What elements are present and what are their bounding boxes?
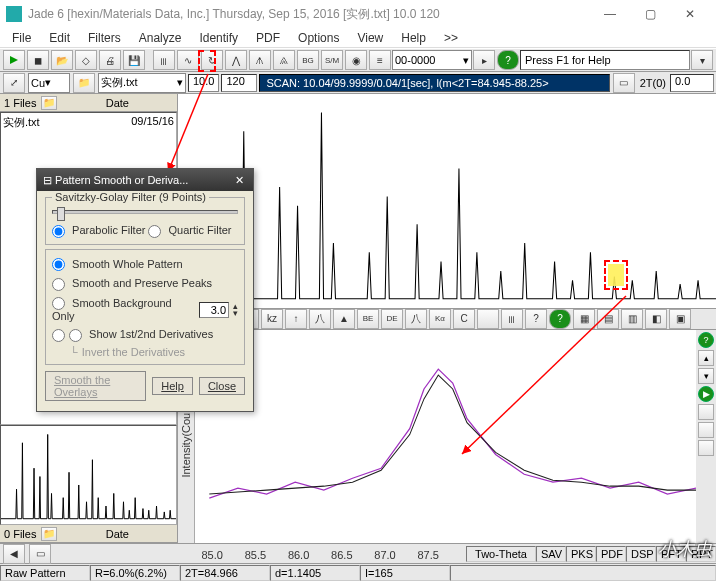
- minimize-button[interactable]: —: [590, 0, 630, 28]
- smooth-bg-radio[interactable]: Smooth Background Only: [52, 297, 195, 323]
- axis-rpt[interactable]: RPT: [686, 546, 716, 562]
- points-slider[interactable]: [52, 210, 238, 214]
- menu-pdf[interactable]: PDF: [248, 29, 288, 47]
- tag-button[interactable]: ◇: [75, 50, 97, 70]
- status-raw[interactable]: Raw Pattern: [0, 565, 90, 581]
- stop-button[interactable]: ◼: [27, 50, 49, 70]
- axis-sav[interactable]: SAV: [536, 546, 566, 562]
- files-folder-icon[interactable]: 📁: [41, 96, 57, 110]
- mid-help-icon[interactable]: ?: [549, 309, 571, 329]
- mid-b1-icon[interactable]: ▦: [573, 309, 595, 329]
- bars-icon[interactable]: ⫼: [153, 50, 175, 70]
- files2-folder-icon[interactable]: 📁: [41, 527, 57, 541]
- mid-b5-icon[interactable]: ▣: [669, 309, 691, 329]
- mid-peak2-icon[interactable]: ▲: [333, 309, 355, 329]
- close-button-dialog[interactable]: Close: [199, 377, 245, 395]
- smooth-dialog: ⊟ Pattern Smooth or Deriva... ✕ Savitzky…: [36, 168, 254, 412]
- mid-b3-icon[interactable]: ▥: [621, 309, 643, 329]
- mid-bars-icon[interactable]: ⫼: [501, 309, 523, 329]
- peak-icon[interactable]: ⋀: [225, 50, 247, 70]
- menu-options[interactable]: Options: [290, 29, 347, 47]
- menu-help[interactable]: Help: [393, 29, 434, 47]
- main-plot[interactable]: [178, 94, 716, 308]
- menu-identify[interactable]: Identify: [191, 29, 246, 47]
- loop-icon[interactable]: ↻: [201, 50, 223, 70]
- expand-icon[interactable]: ⤢: [3, 73, 25, 93]
- smooth-preserve-radio[interactable]: Smooth and Preserve Peaks: [52, 277, 212, 291]
- mid-be-icon[interactable]: BE: [357, 309, 379, 329]
- save-button[interactable]: 💾: [123, 50, 145, 70]
- rb-1[interactable]: [698, 404, 714, 420]
- mid-kz-icon[interactable]: kz: [261, 309, 283, 329]
- close-button[interactable]: ✕: [670, 0, 710, 28]
- goto-button[interactable]: ▸: [473, 50, 495, 70]
- rb-go[interactable]: ▶: [698, 386, 714, 402]
- axis-left-icon[interactable]: ◀: [3, 544, 25, 564]
- file-combo[interactable]: 实例.txt▾: [98, 73, 186, 93]
- axis-pks[interactable]: PKS: [566, 546, 596, 562]
- app-icon: [6, 6, 22, 22]
- mid-de-icon[interactable]: DE: [381, 309, 403, 329]
- menu-more[interactable]: >>: [436, 29, 466, 47]
- mid-b4-icon[interactable]: ◧: [645, 309, 667, 329]
- menu-filters[interactable]: Filters: [80, 29, 129, 47]
- mid-ka-icon[interactable]: Kα: [429, 309, 451, 329]
- smooth-whole-radio[interactable]: Smooth Whole Pattern: [52, 258, 183, 272]
- rb-help[interactable]: ?: [698, 332, 714, 348]
- mid-grid-icon[interactable]: ?: [525, 309, 547, 329]
- parabolic-radio[interactable]: Parabolic Filter: [52, 224, 145, 238]
- profile-icon[interactable]: ⩓: [273, 50, 295, 70]
- list-icon[interactable]: ≡: [369, 50, 391, 70]
- axis-pdf[interactable]: PDF: [596, 546, 626, 562]
- menu-file[interactable]: File: [4, 29, 39, 47]
- twotheta-field[interactable]: 0.0: [670, 74, 714, 92]
- blank-toggle[interactable]: ▭: [613, 73, 635, 93]
- status-spacer: [450, 565, 716, 581]
- element-combo[interactable]: Cu ▾: [28, 73, 70, 93]
- bg-spin[interactable]: [199, 302, 229, 318]
- mid-peak3-icon[interactable]: 八: [405, 309, 427, 329]
- open-button[interactable]: 📂: [51, 50, 73, 70]
- file-date: 09/15/16: [131, 115, 174, 130]
- pdf-combo[interactable]: 00-0000▾: [392, 50, 472, 70]
- quartic-radio[interactable]: Quartic Filter: [148, 224, 231, 238]
- axis-pft[interactable]: PFT: [656, 546, 686, 562]
- dialog-close-icon[interactable]: ✕: [231, 174, 247, 187]
- menu-analyze[interactable]: Analyze: [131, 29, 190, 47]
- axis-row: ◀ ▭ 85.0 85.5 86.0 86.5 87.0 87.5 Two-Th…: [0, 543, 716, 563]
- show-deriv-radio[interactable]: Show 1st/2nd Derivatives: [52, 328, 213, 342]
- print-button[interactable]: 🖨: [99, 50, 121, 70]
- mid-b2-icon[interactable]: ▤: [597, 309, 619, 329]
- menu-view[interactable]: View: [349, 29, 391, 47]
- info-button[interactable]: ?: [497, 50, 519, 70]
- go-button[interactable]: [3, 50, 25, 70]
- range-end-field[interactable]: 120: [221, 74, 257, 92]
- mid-peak1-icon[interactable]: 八: [309, 309, 331, 329]
- folder-icon[interactable]: 📁: [73, 73, 95, 93]
- mid-blank1-icon[interactable]: [477, 309, 499, 329]
- rb-2[interactable]: [698, 422, 714, 438]
- bg-button[interactable]: BG: [297, 50, 319, 70]
- axis-dsp[interactable]: DSP: [626, 546, 656, 562]
- dialog-titlebar[interactable]: ⊟ Pattern Smooth or Deriva... ✕: [37, 169, 253, 191]
- file-row[interactable]: 实例.txt 09/15/16: [3, 115, 174, 130]
- mid-c-icon[interactable]: C: [453, 309, 475, 329]
- files2-date-header: Date: [106, 528, 129, 540]
- range-start-field[interactable]: 10.0: [188, 74, 219, 92]
- wave-icon[interactable]: ∿: [177, 50, 199, 70]
- multi-peak-icon[interactable]: ⩚: [249, 50, 271, 70]
- zoom-plot[interactable]: [194, 330, 696, 544]
- mid-up-icon[interactable]: ↑: [285, 309, 307, 329]
- axis-mode-icon[interactable]: ▭: [29, 544, 51, 564]
- menu-edit[interactable]: Edit: [41, 29, 78, 47]
- thumbnail-plot[interactable]: [0, 425, 177, 525]
- rb-up[interactable]: ▴: [698, 350, 714, 366]
- sm-button[interactable]: S/M: [321, 50, 343, 70]
- help-button[interactable]: Help: [152, 377, 193, 395]
- rb-down[interactable]: ▾: [698, 368, 714, 384]
- axis-label[interactable]: Two-Theta: [466, 546, 536, 562]
- dropdown-toggle[interactable]: ▾: [691, 50, 713, 70]
- maximize-button[interactable]: ▢: [630, 0, 670, 28]
- rb-3[interactable]: [698, 440, 714, 456]
- cd-icon[interactable]: ◉: [345, 50, 367, 70]
